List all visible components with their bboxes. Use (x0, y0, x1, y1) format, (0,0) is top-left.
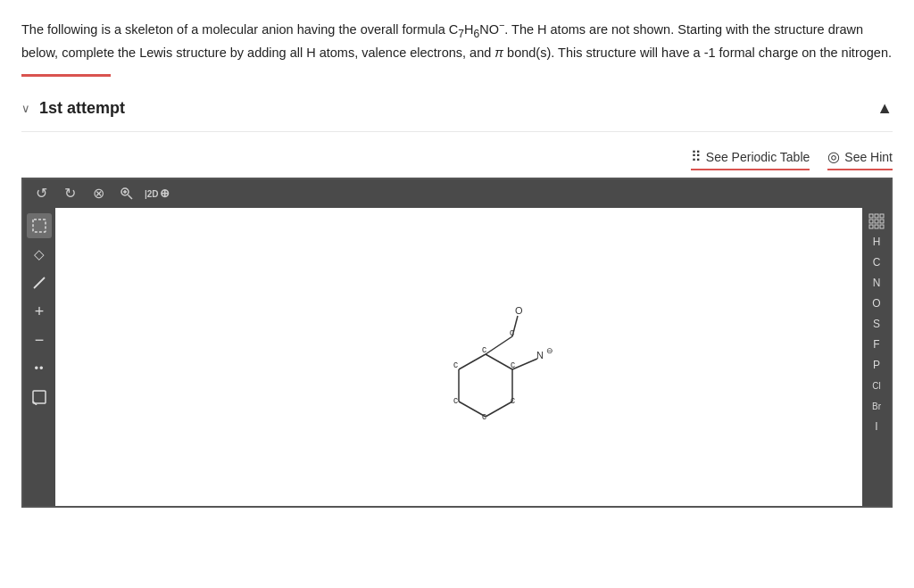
collapse-button[interactable]: ▲ (877, 96, 893, 120)
svg-text:c: c (482, 411, 486, 421)
svg-rect-6 (33, 391, 46, 403)
svg-rect-32 (880, 219, 884, 223)
svg-line-5 (34, 277, 45, 288)
attempt-header: ∨ 1st attempt ▲ (21, 87, 893, 132)
element-C-button[interactable]: C (864, 253, 889, 272)
svg-rect-30 (869, 219, 873, 223)
editor-topbar: ↺ ↻ ⊗ |2D ⊕ (23, 179, 891, 208)
periodic-table-icon: ⠿ (691, 146, 702, 168)
clear-button[interactable]: ⊗ (87, 183, 109, 204)
element-I-button[interactable]: I (864, 417, 889, 436)
svg-text:c: c (511, 395, 515, 405)
select-tool-button[interactable] (27, 213, 52, 238)
element-Cl-button[interactable]: Cl (864, 376, 889, 395)
hint-label: See Hint (844, 148, 893, 167)
bond-tool-button[interactable] (27, 270, 52, 295)
hint-link[interactable]: ◎ See Hint (827, 146, 893, 170)
svg-line-10 (486, 402, 512, 417)
element-N-button[interactable]: N (864, 273, 889, 293)
element-H-button[interactable]: H (864, 232, 889, 252)
element-Br-button[interactable]: Br (864, 396, 889, 416)
add-tool-button[interactable]: + (27, 299, 52, 324)
toolbar-row: ⠿ See Periodic Table ◎ See Hint (21, 132, 893, 178)
element-S-button[interactable]: S (864, 314, 889, 334)
remove-tool-button[interactable]: − (27, 327, 52, 352)
svg-line-24 (512, 359, 537, 369)
attempt-label: 1st attempt (39, 96, 125, 120)
redo-button[interactable]: ↻ (59, 183, 80, 204)
svg-rect-29 (880, 214, 884, 218)
collapse-chevron-icon[interactable]: ∨ (21, 100, 30, 118)
svg-rect-4 (33, 219, 46, 232)
2d-mode-button[interactable]: |2D ⊕ (145, 185, 170, 203)
svg-line-8 (486, 354, 512, 369)
element-grid-icon[interactable] (864, 211, 889, 231)
svg-text:O: O (515, 305, 523, 316)
attempt-left: ∨ 1st attempt (21, 96, 125, 120)
svg-line-1 (129, 195, 133, 200)
svg-rect-31 (875, 219, 878, 223)
svg-rect-35 (880, 225, 884, 228)
right-elements-panel: H C N O S F P Cl Br I (862, 208, 891, 506)
hint-icon: ◎ (827, 146, 840, 168)
molecule-canvas[interactable]: c c c c c c c O N ⊖ (55, 208, 862, 506)
svg-rect-34 (875, 225, 878, 228)
element-P-button[interactable]: P (864, 355, 889, 375)
zoom-button[interactable] (116, 183, 137, 204)
svg-line-20 (486, 336, 512, 354)
molecule-svg: c c c c c c c O N ⊖ (405, 296, 584, 448)
svg-text:c: c (482, 344, 486, 354)
svg-text:⊖: ⊖ (546, 346, 553, 355)
svg-text:c: c (453, 395, 458, 405)
section-divider (21, 74, 111, 77)
svg-line-13 (459, 354, 486, 369)
lasso-tool-button[interactable]: ◇ (27, 242, 52, 267)
template-tool-button[interactable] (27, 385, 52, 410)
element-F-button[interactable]: F (864, 335, 889, 354)
svg-rect-27 (869, 214, 873, 218)
lone-pair-tool-button[interactable]: •• (27, 356, 52, 381)
svg-rect-28 (875, 214, 878, 218)
molecule-editor: ↺ ↻ ⊗ |2D ⊕ (21, 178, 893, 508)
svg-rect-33 (869, 225, 873, 228)
svg-line-22 (512, 316, 518, 336)
left-toolbar: ◇ + − •• (23, 208, 55, 506)
page-wrapper: The following is a skeleton of a molecul… (0, 0, 914, 508)
periodic-table-link[interactable]: ⠿ See Periodic Table (691, 146, 810, 170)
editor-body: ◇ + − •• (23, 208, 891, 506)
element-O-button[interactable]: O (864, 294, 889, 313)
periodic-table-label: See Periodic Table (706, 148, 810, 167)
question-text: The following is a skeleton of a molecul… (21, 18, 893, 63)
undo-button[interactable]: ↺ (30, 183, 52, 204)
svg-text:N: N (536, 350, 544, 360)
svg-text:c: c (453, 360, 458, 369)
